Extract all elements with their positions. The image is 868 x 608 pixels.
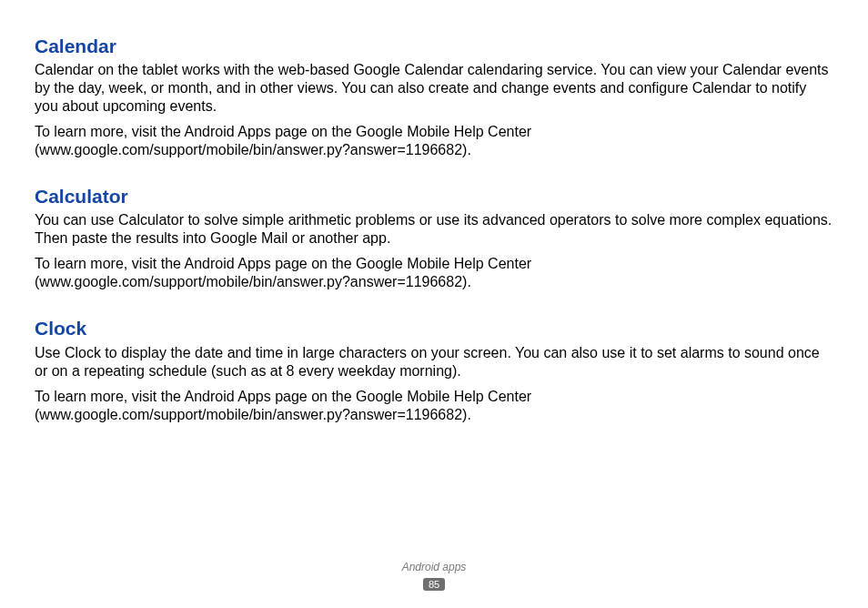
- paragraph: To learn more, visit the Android Apps pa…: [35, 255, 833, 291]
- heading-calculator: Calculator: [35, 185, 833, 208]
- page-number-badge: 85: [423, 578, 445, 591]
- paragraph: Use Clock to display the date and time i…: [35, 344, 833, 380]
- paragraph: You can use Calculator to solve simple a…: [35, 211, 833, 248]
- heading-clock: Clock: [35, 317, 833, 339]
- paragraph: Calendar on the tablet works with the we…: [35, 61, 833, 116]
- heading-calendar: Calendar: [35, 35, 833, 57]
- footer: Android apps 85: [0, 561, 868, 592]
- page: Calendar Calendar on the tablet works wi…: [0, 0, 868, 608]
- paragraph: To learn more, visit the Android Apps pa…: [35, 123, 833, 159]
- footer-chapter: Android apps: [0, 561, 868, 573]
- paragraph: To learn more, visit the Android Apps pa…: [35, 388, 833, 424]
